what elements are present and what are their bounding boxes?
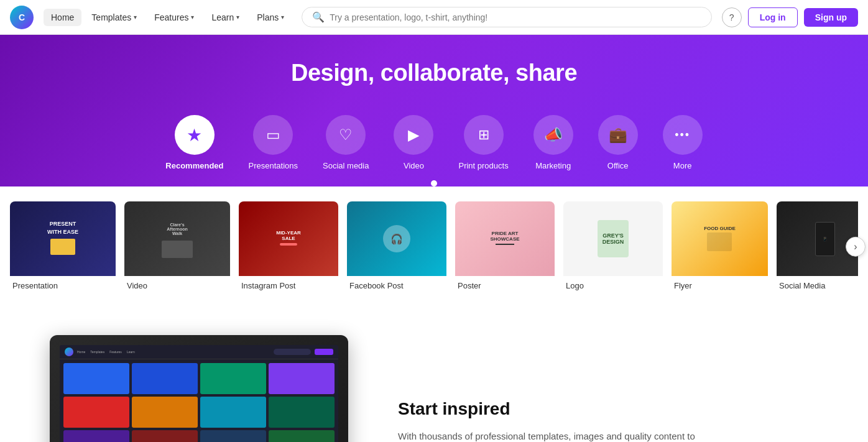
card-thumbnail-social-media: 📱 (777, 201, 858, 276)
laptop-screen: Home Templates Features Learn (60, 345, 338, 442)
category-office[interactable]: 💼 Office (586, 109, 650, 183)
next-button[interactable]: › (846, 236, 866, 256)
nav-right-actions: ? Log in Sign up (722, 7, 858, 27)
card-wrapper: PRESENTWITH EASE Presentation Clare'sAft… (10, 201, 858, 290)
category-more[interactable]: ••• More (650, 109, 715, 183)
video-label: Video (404, 161, 424, 170)
category-video[interactable]: ▶ Video (381, 109, 446, 183)
card-label-facebook: Facebook Post (347, 276, 446, 290)
design-card-logo[interactable]: GREY'SDESIGN Logo (563, 201, 663, 290)
card-label-social-media: Social Media (777, 276, 858, 290)
card-thumbnail-instagram: MID-YEARSALE (239, 201, 338, 276)
marketing-icon-bg: 📣 (533, 115, 573, 155)
chevron-down-icon: ▾ (281, 14, 284, 21)
help-button[interactable]: ? (722, 7, 742, 27)
design-card-flyer[interactable]: FOOD GUIDE Flyer (672, 201, 768, 290)
design-card-poster[interactable]: PRIDE ARTSHOWCASE Poster (455, 201, 555, 290)
card-label-video: Video (124, 276, 230, 290)
category-recommended[interactable]: ★ Recommended (153, 109, 236, 183)
print-products-label: Print products (458, 161, 508, 170)
inspired-description: With thousands of professional templates… (398, 429, 696, 442)
inspired-section: Home Templates Features Learn (0, 310, 868, 442)
category-row: ★ Recommended ▭ Presentations ♡ Social m… (0, 109, 868, 183)
nav-links: Home Templates ▾ Features ▾ Learn ▾ Plan… (44, 9, 292, 26)
category-print-products[interactable]: ⊞ Print products (446, 109, 520, 183)
brand-logo[interactable]: C (10, 6, 34, 29)
category-social-media[interactable]: ♡ Social media (310, 109, 381, 183)
nav-templates[interactable]: Templates ▾ (84, 9, 144, 26)
design-cards-section: PRESENTWITH EASE Presentation Clare'sAft… (0, 186, 868, 310)
presentations-icon-bg: ▭ (253, 115, 293, 155)
category-marketing[interactable]: 📣 Marketing (521, 109, 586, 183)
office-label: Office (607, 161, 629, 170)
recommended-icon-bg: ★ (175, 115, 215, 155)
laptop-screen-grid (60, 359, 338, 442)
laptop-cell (269, 430, 335, 442)
more-label: More (673, 161, 692, 170)
design-card-facebook[interactable]: 🎧 Facebook Post (347, 201, 446, 290)
laptop-cell (63, 363, 129, 394)
laptop-cell (63, 397, 129, 428)
card-thumbnail-facebook: 🎧 (347, 201, 446, 276)
inspired-text-block: Start inspired With thousands of profess… (398, 399, 818, 442)
chevron-down-icon: ▾ (134, 14, 137, 21)
navbar: C Home Templates ▾ Features ▾ Learn ▾ Pl… (0, 0, 868, 35)
search-icon: 🔍 (312, 11, 325, 23)
hero-section: Design, collaborate, share ★ Recommended… (0, 35, 868, 186)
card-label-poster: Poster (455, 276, 555, 290)
card-thumbnail-presentation: PRESENTWITH EASE (10, 201, 116, 276)
laptop-cell (200, 430, 266, 442)
design-card-video[interactable]: Clare'sAfternoonWalk Video (124, 201, 230, 290)
card-label-logo: Logo (563, 276, 663, 290)
chevron-down-icon: ▾ (191, 14, 194, 21)
nav-home[interactable]: Home (44, 9, 81, 26)
design-card-instagram[interactable]: MID-YEARSALE Instagram Post (239, 201, 338, 290)
hero-title: Design, collaborate, share (0, 60, 868, 86)
recommended-label: Recommended (165, 161, 223, 170)
card-thumbnail-logo: GREY'SDESIGN (563, 201, 663, 276)
laptop-cell (269, 363, 335, 394)
laptop-cell (200, 397, 266, 428)
social-media-label: Social media (323, 161, 369, 170)
laptop-cell (200, 363, 266, 394)
inspired-title: Start inspired (398, 399, 818, 419)
laptop-mockup: Home Templates Features Learn (50, 335, 348, 442)
category-presentations[interactable]: ▭ Presentations (236, 109, 311, 183)
signup-button[interactable]: Sign up (804, 8, 858, 27)
chevron-down-icon: ▾ (236, 14, 239, 21)
laptop-cell (132, 397, 198, 428)
presentations-label: Presentations (249, 161, 298, 170)
nav-plans[interactable]: Plans ▾ (249, 9, 292, 26)
print-products-icon-bg: ⊞ (464, 115, 504, 155)
video-icon-bg: ▶ (394, 115, 433, 155)
card-label-flyer: Flyer (672, 276, 768, 290)
laptop-cell (63, 430, 129, 442)
marketing-label: Marketing (535, 161, 571, 170)
more-icon-bg: ••• (663, 115, 703, 155)
card-thumbnail-poster: PRIDE ARTSHOWCASE (455, 201, 555, 276)
search-input[interactable] (330, 12, 701, 22)
active-category-indicator (431, 180, 437, 186)
card-thumbnail-flyer: FOOD GUIDE (672, 201, 768, 276)
card-thumbnail-video: Clare'sAfternoonWalk (124, 201, 230, 276)
nav-features[interactable]: Features ▾ (147, 9, 201, 26)
social-media-icon-bg: ♡ (326, 115, 366, 155)
card-label-instagram: Instagram Post (239, 276, 338, 290)
design-card-presentation[interactable]: PRESENTWITH EASE Presentation (10, 201, 116, 290)
search-bar[interactable]: 🔍 (302, 7, 711, 27)
office-icon-bg: 💼 (598, 115, 638, 155)
nav-learn[interactable]: Learn ▾ (204, 9, 247, 26)
laptop-cell (269, 397, 335, 428)
card-label-presentation: Presentation (10, 276, 116, 290)
laptop-cell (132, 430, 198, 442)
login-button[interactable]: Log in (748, 7, 798, 27)
laptop-mockup-container: Home Templates Features Learn (50, 335, 348, 442)
laptop-cell (132, 363, 198, 394)
